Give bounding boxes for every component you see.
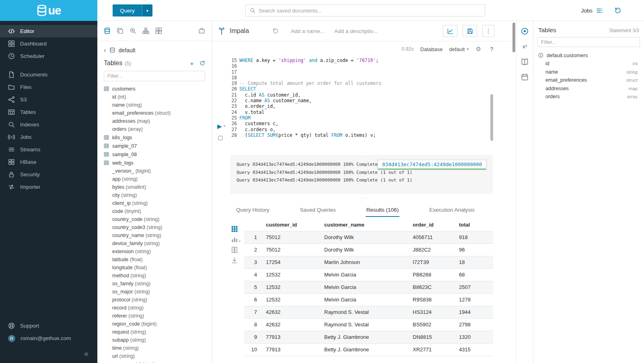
assist-column-item[interactable]: device_family (string) (97, 239, 212, 248)
query-name-field[interactable]: Add a name... (291, 28, 329, 34)
tab-query-history[interactable]: Query History (235, 203, 270, 217)
settings-gear-icon[interactable]: ⚙ (475, 46, 482, 53)
right-filter[interactable] (537, 37, 640, 47)
right-column-item[interactable]: ordersarray (533, 93, 644, 101)
columns-view-icon[interactable] (231, 246, 238, 254)
col-header-total[interactable]: total (458, 219, 493, 231)
assist-column-item[interactable]: time (string) (97, 344, 212, 352)
refresh-tables-icon[interactable] (200, 60, 205, 66)
sidebar-item-files[interactable]: Files (0, 81, 97, 93)
result-row[interactable]: 742632Raymond S. VestalHS31241944 (244, 306, 493, 318)
result-row[interactable]: 275012Dorothy WilkJ882C296 (244, 243, 493, 256)
assist-column-item[interactable]: extension (string) (97, 248, 212, 256)
query-type-caret-icon[interactable]: ▾ (142, 4, 152, 16)
more-actions-button[interactable]: ⋮ (482, 25, 494, 37)
assist-column-item[interactable]: city (string) (97, 191, 212, 199)
chart-view-icon[interactable] (231, 236, 238, 243)
grid-view-icon[interactable] (231, 225, 238, 233)
assist-column-item[interactable]: protocol (string) (97, 296, 212, 304)
result-row[interactable]: 317254Martin JohnsonI72T3918 (244, 256, 493, 268)
tab-results[interactable]: Results (106) (366, 203, 399, 217)
sidebar-item-scheduler[interactable]: Scheduler (0, 50, 97, 62)
apps-grid-icon[interactable] (155, 27, 162, 34)
tables-filter-input[interactable] (107, 73, 202, 79)
history-icon[interactable] (614, 7, 621, 14)
sidebar-item-editor[interactable]: Editor (0, 25, 97, 37)
sitemap-icon[interactable] (142, 27, 149, 34)
assist-column-item[interactable]: referer (string) (97, 312, 212, 320)
play-icon[interactable]: ▶ (217, 123, 222, 129)
col-header-row[interactable] (244, 219, 265, 231)
resize-handle-bottom[interactable]: ··· (212, 196, 516, 200)
assist-column-item[interactable]: url (string) (97, 352, 212, 360)
collections-bag-icon[interactable] (198, 27, 205, 34)
assist-column-item[interactable]: latitude (float) (97, 256, 212, 264)
hue-logo[interactable]: ue (0, 0, 97, 21)
query-history-icon[interactable] (272, 28, 279, 34)
right-column-item[interactable]: addressesmap (533, 85, 644, 93)
result-row[interactable]: 412532Melvin GarciaPB626868 (244, 268, 493, 281)
assist-column-item[interactable]: country_name (string) (97, 231, 212, 239)
active-table-item[interactable]: default.customers (533, 47, 644, 60)
functions-icon[interactable]: x² (521, 43, 529, 50)
editor-code[interactable]: WHERE a.key = 'shipping' and a.zip_code … (239, 58, 488, 138)
assist-column-item[interactable]: subapp (string) (97, 336, 212, 344)
right-column-item[interactable]: email_preferencesstruct (533, 76, 644, 85)
col-header-order_id[interactable]: order_id (412, 219, 458, 231)
assist-column-item[interactable]: user_agent (string) (97, 360, 212, 363)
search-input[interactable] (259, 8, 481, 14)
assist-column-item[interactable]: os_major (string) (97, 288, 212, 296)
assist-column-item[interactable]: country_code (string) (97, 215, 212, 223)
jobs-link[interactable]: Jobs (581, 7, 603, 14)
result-row[interactable]: 175012Dorothy Wilk4056711918 (244, 231, 493, 243)
documents-assist-icon[interactable] (117, 27, 123, 34)
chart-view-caret-icon[interactable]: ▾ (239, 239, 241, 243)
right-filter-input[interactable] (541, 39, 636, 45)
sidebar-item-importer[interactable]: Importer (0, 181, 97, 193)
tab-execution-analysis[interactable]: Execution Analysis (428, 203, 475, 217)
tab-saved-queries[interactable]: Saved Queries (299, 203, 337, 217)
assist-column-item[interactable]: orders (array) (97, 125, 212, 133)
engine-selector[interactable]: Impala (218, 27, 249, 35)
assist-column-item[interactable]: app (string) (97, 175, 212, 183)
execute-button[interactable]: ▶ ▾ (217, 123, 225, 129)
result-row[interactable]: 512532Melvin GarciaB8623C2507 (244, 281, 493, 293)
sidebar-item-jobs[interactable]: Jobs (0, 131, 97, 143)
assist-column-item[interactable]: method (string) (97, 272, 212, 280)
assist-table-item[interactable]: customers (97, 85, 212, 93)
result-row[interactable]: 977913Betty J. GiambroneDN88151320 (244, 331, 493, 343)
resize-handle-top[interactable]: ··· (212, 151, 516, 154)
assist-table-item[interactable]: web_logs (97, 159, 212, 167)
sidebar-item-user[interactable]: Rromain@gethue.com (0, 332, 97, 344)
assist-column-item[interactable]: _version_ (bigint) (97, 167, 212, 175)
assist-column-item[interactable]: region_code (bigint) (97, 320, 212, 328)
tables-filter[interactable] (104, 71, 205, 81)
assist-column-item[interactable]: bytes (smallint) (97, 183, 212, 191)
help-icon[interactable]: ? (488, 46, 495, 53)
sidebar-item-security[interactable]: Security (0, 168, 97, 181)
sidebar-item-support[interactable]: Support (0, 320, 97, 332)
schedule-icon[interactable] (521, 73, 529, 81)
result-row[interactable]: 612532Melvin GarciaR9S8381278 (244, 293, 493, 306)
execute-caret-icon[interactable]: ▾ (224, 124, 226, 128)
new-query-button[interactable]: Query ▾ (113, 4, 152, 16)
sidebar-collapse-icon[interactable]: « (84, 349, 88, 357)
sidebar-item-hbase[interactable]: HBase (0, 156, 97, 168)
sidebar-item-dashboard[interactable]: Dashboard (0, 37, 97, 50)
right-column-item[interactable]: namestring (533, 68, 644, 76)
assist-column-item[interactable]: record (string) (97, 304, 212, 312)
sidebar-item-tables[interactable]: Tables (0, 106, 97, 118)
new-query-button-label[interactable]: Query (113, 4, 142, 16)
result-row[interactable]: 1077913Betty J. GiambroneXR27714315 (244, 343, 493, 356)
query-id-tooltip[interactable]: 034d413ec7474ed5:4249de1000000000 (378, 160, 486, 169)
assist-column-item[interactable]: name (string) (97, 101, 212, 109)
info-icon[interactable] (538, 53, 543, 58)
assist-column-item[interactable]: addresses (map) (97, 117, 212, 125)
assist-table-item[interactable]: sample_07 (97, 142, 212, 150)
assist-column-item[interactable]: request (string) (97, 328, 212, 336)
back-chevron-icon[interactable]: ‹ (104, 47, 106, 54)
assist-column-item[interactable]: longitude (float) (97, 264, 212, 272)
database-select[interactable]: default ▾ (449, 46, 469, 52)
sidebar-item-indexes[interactable]: Indexes (0, 118, 97, 131)
chart-button[interactable] (443, 25, 457, 37)
